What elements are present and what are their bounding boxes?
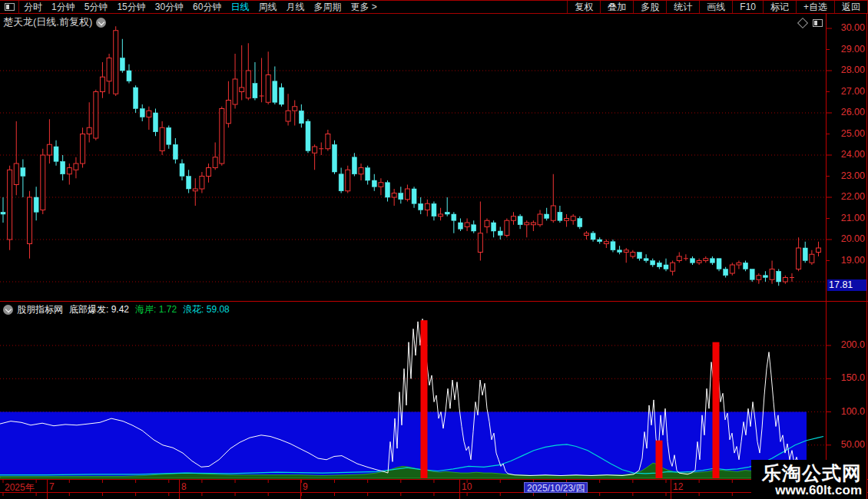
candles-layer <box>1 26 820 286</box>
tool-button-8[interactable]: +自选 <box>796 1 834 13</box>
period-tab-4[interactable]: 15分钟 <box>112 1 150 13</box>
tool-button-1[interactable]: 复权 <box>567 1 600 13</box>
period-tab-3[interactable]: 5分钟 <box>80 1 113 13</box>
period-toolbar: 分时1分钟5分钟15分钟30分钟60分钟日线周线月线多周期更多 > <box>0 1 382 13</box>
x-axis-year-label: 2025年 <box>5 481 35 494</box>
tool-button-2[interactable]: 叠加 <box>600 1 633 13</box>
period-tab-6[interactable]: 60分钟 <box>188 1 226 13</box>
tool-button-3[interactable]: 多股 <box>633 1 666 13</box>
watermark-url: www.60lt.com <box>762 483 862 497</box>
title-dropdown-icon[interactable] <box>96 18 106 28</box>
chart-canvas <box>0 0 868 499</box>
period-tab-1[interactable]: 分时 <box>19 1 47 13</box>
period-tab-8[interactable]: 周线 <box>253 1 281 13</box>
indicator-red-bar <box>656 441 663 478</box>
tool-button-6[interactable]: F10 <box>732 1 763 13</box>
tool-button-7[interactable]: 标记 <box>763 1 796 13</box>
period-tab-11[interactable]: 更多 > <box>346 1 381 13</box>
indicator-dropdown-icon[interactable] <box>3 305 13 315</box>
chart-corner-tools <box>799 19 823 27</box>
period-tab-9[interactable]: 月线 <box>281 1 309 13</box>
indicator-red-bar <box>713 342 720 478</box>
indicator-red-bar <box>421 320 428 478</box>
watermark-title: 乐淘公式网 <box>762 463 862 483</box>
period-tab-2[interactable]: 1分钟 <box>47 1 80 13</box>
period-tab-7[interactable]: 日线 <box>226 1 253 13</box>
tools-toolbar: 复权叠加多股统计画线F10标记+自选返回 <box>567 1 868 13</box>
indicator-field-2: 海岸: 1.72 <box>135 304 177 315</box>
tool-button-5[interactable]: 画线 <box>699 1 732 13</box>
indicator-values: 底部爆发: 9.42海岸: 1.72浪花: 59.08 <box>69 303 236 316</box>
diamond-marker-icon[interactable] <box>797 18 808 28</box>
indicator-source: 股朋指标网 <box>17 303 63 316</box>
chart-title-row: 楚天龙(日线.前复权) <box>3 15 106 29</box>
period-tab-10[interactable]: 多周期 <box>309 1 346 13</box>
indicator-field-3: 浪花: 59.08 <box>183 304 230 315</box>
top-toolbar: 分时1分钟5分钟15分钟30分钟60分钟日线周线月线多周期更多 > 复权叠加多股… <box>0 0 868 14</box>
indicator-header: 股朋指标网 底部爆发: 9.42海岸: 1.72浪花: 59.08 <box>3 303 236 316</box>
tool-button-4[interactable]: 统计 <box>666 1 699 13</box>
watermark: 乐淘公式网 www.60lt.com <box>751 460 866 499</box>
tool-button-9[interactable]: 返回 <box>834 1 868 13</box>
min-price-badge: 17.81 <box>827 279 866 291</box>
trading-app-window: 分时1分钟5分钟15分钟30分钟60分钟日线周线月线多周期更多 > 复权叠加多股… <box>0 0 868 499</box>
x-axis-date-highlight: 2025/10/23/四 <box>524 482 588 493</box>
indicator-field-1: 底部爆发: 9.42 <box>69 304 129 315</box>
split-view-icon <box>5 3 15 11</box>
layout-toggle-button[interactable] <box>0 1 19 13</box>
pane-split-icon[interactable] <box>813 19 823 27</box>
period-tab-5[interactable]: 30分钟 <box>151 1 188 13</box>
chart-title: 楚天龙(日线.前复权) <box>3 15 92 29</box>
